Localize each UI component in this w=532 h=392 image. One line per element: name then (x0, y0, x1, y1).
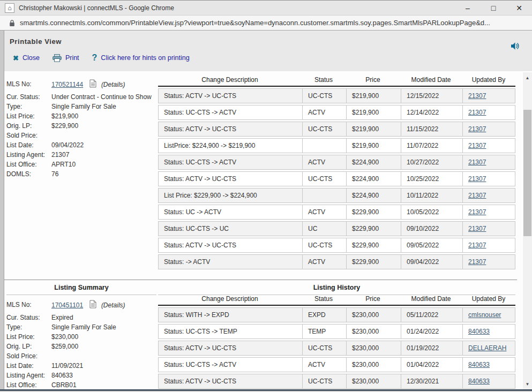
details-link[interactable]: (Details) (101, 301, 125, 309)
table-cell: ACTV (302, 105, 346, 119)
address-bar[interactable]: smartmls.connectmls.com/common/Printable… (0, 15, 532, 31)
details-link[interactable]: (Details) (101, 81, 125, 88)
field-value: Single Family For Sale (51, 323, 158, 331)
updated-by-link[interactable]: 21307 (468, 125, 486, 133)
table-cell: TEMP (302, 325, 346, 338)
table-cell: Status: WITH -> EXPD (159, 308, 302, 322)
column-header-updated-by: Updated By (462, 295, 515, 303)
updated-by-link[interactable]: 21307 (468, 109, 486, 116)
document-icon[interactable] (89, 300, 96, 308)
updated-by-link[interactable]: 21307 (468, 175, 486, 183)
updated-by-link[interactable]: 840633 (468, 361, 490, 368)
bottom-page-edge (0, 389, 532, 392)
field-label: List Price: (6, 333, 51, 341)
field-value: $229,900 (51, 122, 158, 130)
field-value: $230,000 (51, 333, 158, 341)
printer-icon (53, 54, 62, 62)
print-hints-link[interactable]: ? Click here for hints on printing (92, 54, 190, 62)
field-label: List Date: (6, 362, 51, 370)
updated-by-link[interactable]: 21307 (468, 92, 486, 100)
scroll-down-icon[interactable]: ▼ (523, 380, 532, 388)
page-title: Printable View (10, 37, 62, 46)
cell-updated-by: 840633 (462, 358, 516, 372)
table-cell: 11/15/2022 (401, 122, 462, 136)
updated-by-link[interactable]: 21307 (468, 192, 486, 199)
cell-updated-by: 21307 (462, 222, 516, 236)
table-row: Status: ACTV -> UC-CTSUC-CTS$219,90011/1… (158, 122, 515, 137)
cell-updated-by: DELLAERAH (462, 341, 516, 355)
column-header-modified-date: Modified Date (400, 295, 462, 303)
updated-by-link[interactable]: 21307 (468, 242, 486, 249)
question-icon: ? (92, 54, 98, 62)
mls-number-link[interactable]: 170451101 (51, 301, 83, 309)
column-header-updated-by: Updated By (462, 76, 515, 84)
table-cell: UC-CTS (302, 89, 346, 103)
scrollbar-thumb[interactable] (523, 110, 531, 236)
table-row: Status: ACTV -> UC-CTSUC-CTS$230,00012/3… (158, 374, 515, 389)
table-row: Status: UC-CTS -> ACTVACTV$224,90010/27/… (158, 155, 515, 170)
updated-by-link[interactable]: 21307 (468, 258, 486, 266)
table-cell: $230,000 (346, 308, 401, 322)
table-cell: 10/25/2022 (401, 172, 462, 186)
document-icon[interactable] (89, 79, 96, 88)
table-cell: UC-CTS (302, 238, 346, 252)
updated-by-link[interactable]: DELLAERAH (468, 344, 506, 352)
window-title: Christopher Makowski | connectMLS - Goog… (19, 4, 174, 12)
table-cell: Status: ACTV -> UC-CTS (159, 172, 302, 186)
table-cell: ListPrice: $224,900 -> $219,900 (159, 139, 302, 153)
table-row: Status: UC-CTS -> ACTVACTV$219,90012/14/… (158, 105, 515, 120)
scroll-up-icon[interactable]: ▲ (523, 73, 532, 82)
column-header-status: Status (302, 76, 346, 84)
table-cell: UC-CTS (302, 122, 346, 136)
cell-updated-by: 21307 (462, 205, 516, 219)
column-header-change-description: Change Description (158, 295, 302, 303)
field-label: MLS No: (6, 79, 51, 89)
cell-updated-by: 21307 (462, 238, 516, 252)
field-value: 21307 (51, 151, 158, 159)
table-cell: $230,000 (346, 341, 401, 355)
column-header-change-description: Change Description (158, 76, 302, 84)
table-row: Status: UC-CTS -> ACTVACTV$230,00001/04/… (158, 357, 515, 372)
print-button-label: Print (65, 54, 79, 62)
field-label: Sold Price: (6, 132, 51, 140)
table-cell: $224,900 (346, 189, 401, 202)
vertical-scrollbar[interactable]: ▲ ▼ (523, 72, 532, 389)
minimize-button[interactable]: – (455, 4, 481, 12)
section-divider (4, 280, 517, 280)
updated-by-link[interactable]: 840633 (468, 378, 490, 385)
close-button[interactable]: ✖ Close (13, 54, 40, 62)
listing-history-title: Listing History (158, 284, 515, 295)
column-header-price: Price (346, 295, 400, 303)
field-label: Cur. Status: (6, 93, 51, 101)
updated-by-link[interactable]: cmlsnouser (468, 311, 501, 319)
speaker-icon[interactable] (511, 42, 521, 52)
lock-icon[interactable] (9, 19, 15, 27)
field-value: $219,900 (51, 112, 158, 120)
table-row: Status: UC-CTS -> TEMPTEMP$230,00001/24/… (158, 324, 515, 339)
table-cell: Status: UC-CTS -> ACTV (159, 105, 302, 119)
window-titlebar: ⌂ Christopher Makowski | connectMLS - Go… (0, 0, 532, 15)
field-value: CBRB01 (51, 381, 158, 389)
field-value: 840633 (51, 372, 158, 380)
field-value: 09/04/2022 (51, 141, 158, 149)
field-label: Listing Agent: (6, 151, 51, 159)
updated-by-link[interactable]: 21307 (468, 208, 486, 216)
updated-by-link[interactable]: 840633 (468, 328, 490, 335)
field-label: Listing Agent: (6, 372, 51, 380)
mls-number-link[interactable]: 170521144 (51, 81, 83, 88)
updated-by-link[interactable]: 21307 (468, 225, 486, 232)
close-window-button[interactable]: ✕ (506, 4, 532, 12)
updated-by-link[interactable]: 21307 (468, 159, 486, 166)
maximize-button[interactable]: □ (481, 4, 506, 12)
field-label: List Date: (6, 141, 51, 149)
field-label: List Office: (6, 381, 51, 389)
print-button[interactable]: Print (53, 54, 79, 62)
field-value: Expired (51, 314, 158, 322)
cell-updated-by: 21307 (462, 172, 516, 186)
printable-content: MLS No: 170521144 (Details) Cur. Status:… (4, 71, 522, 389)
field-label: MLS No: (6, 300, 51, 310)
updated-by-link[interactable]: 21307 (468, 142, 486, 149)
field-value: APRT10 (51, 161, 158, 169)
table-row: Status: ACTV -> UC-CTSUC-CTS$224,90010/2… (158, 171, 515, 186)
table-cell: $219,900 (346, 89, 401, 103)
